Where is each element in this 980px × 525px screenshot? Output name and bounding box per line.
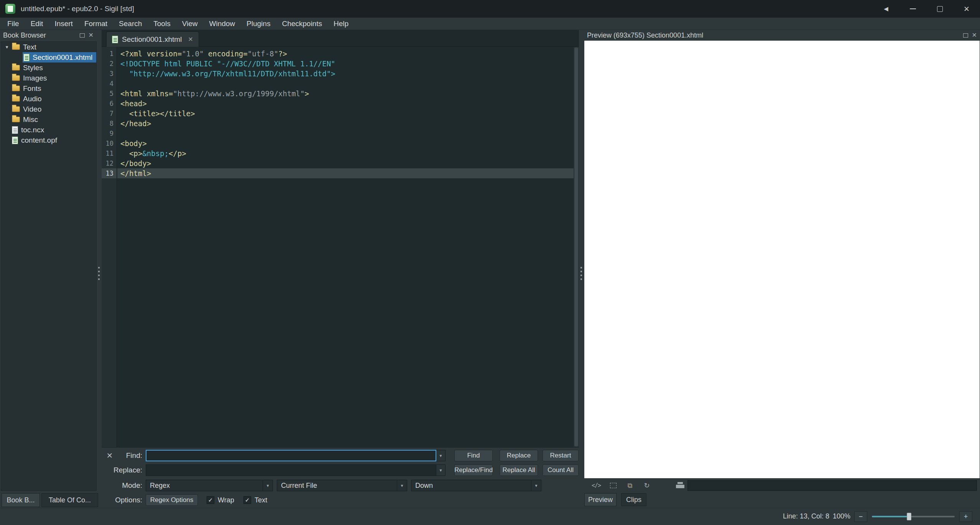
tab-section0001-xhtml[interactable]: Section0001.xhtml ✕ <box>106 31 199 47</box>
code-line[interactable]: </html> <box>117 168 574 178</box>
replace-all-button[interactable]: Replace All <box>500 464 538 476</box>
zoom-slider[interactable] <box>872 516 955 517</box>
checkmark-icon: ✓ <box>243 496 251 504</box>
find-button[interactable]: Find <box>454 450 493 461</box>
preview-dock-tabs: Preview Clips <box>584 493 980 507</box>
zoom-in-button[interactable]: + <box>959 511 972 522</box>
editor-scrollbar[interactable] <box>574 47 579 447</box>
menu-item-checkpoints[interactable]: Checkpoints <box>276 18 328 30</box>
replace-button[interactable]: Replace <box>500 450 538 461</box>
code-line[interactable]: "http://www.w3.org/TR/xhtml11/DTD/xhtml1… <box>117 69 574 79</box>
tree-item-fonts[interactable]: Fonts <box>1 83 96 94</box>
code-line[interactable]: <p>&nbsp;</p> <box>117 148 574 158</box>
wrap-checkbox[interactable]: ✓ Wrap <box>207 494 234 506</box>
menu-item-window[interactable]: Window <box>204 18 241 30</box>
dock-tab-book-browser[interactable]: Book B... <box>2 493 40 507</box>
tab-preview[interactable]: Preview <box>584 493 617 506</box>
scope-select[interactable]: Current File ▼ <box>277 480 407 491</box>
code-line[interactable]: <html xmlns="http://www.w3.org/1999/xhtm… <box>117 89 574 99</box>
close-panel-icon[interactable]: ✕ <box>89 32 94 38</box>
replace-history-dropdown[interactable]: ▼ <box>436 464 446 476</box>
close-panel-icon[interactable]: ✕ <box>972 32 977 38</box>
title-bar: untitled.epub* - epub2.0 - Sigil [std] ◀… <box>0 0 980 18</box>
preview-viewport[interactable] <box>584 41 980 478</box>
minimize-icon <box>910 8 916 9</box>
dock-tab-table-of-contents[interactable]: Table Of Co... <box>41 493 98 507</box>
replace-input[interactable] <box>146 464 436 476</box>
tree-item-label: Fonts <box>23 84 41 93</box>
menu-item-search[interactable]: Search <box>113 18 148 30</box>
tree-item-toc-ncx[interactable]: toc.ncx <box>1 125 96 135</box>
sigil-window: untitled.epub* - epub2.0 - Sigil [std] ◀… <box>0 0 980 525</box>
folder-icon <box>12 44 20 50</box>
splitter-right[interactable] <box>579 30 584 508</box>
menu-item-edit[interactable]: Edit <box>25 18 49 30</box>
wrap-checkbox-label: Wrap <box>218 496 234 504</box>
code-line[interactable] <box>117 128 574 138</box>
book-browser-header: Book Browser ✕ <box>0 30 97 41</box>
code-line[interactable]: <head> <box>117 99 574 109</box>
chevron-down-icon: ▼ <box>439 454 443 458</box>
code-line[interactable]: <!DOCTYPE html PUBLIC "-//W3C//DTD XHTML… <box>117 59 574 69</box>
splitter-left[interactable] <box>97 30 102 508</box>
code-line[interactable]: </head> <box>117 118 574 128</box>
code-editor[interactable]: 12345678910111213 <?xml version="1.0" en… <box>102 47 579 447</box>
direction-select[interactable]: Down ▼ <box>411 480 541 491</box>
maximize-button[interactable] <box>926 0 953 18</box>
tree-item-section0001-xhtml[interactable]: Section0001.xhtml <box>1 52 96 63</box>
folder-icon <box>12 75 20 81</box>
restart-button[interactable]: Restart <box>543 450 579 461</box>
menu-item-plugins[interactable]: Plugins <box>241 18 276 30</box>
maximize-icon <box>937 6 943 12</box>
menu-item-help[interactable]: Help <box>328 18 354 30</box>
find-input[interactable] <box>146 450 436 461</box>
replace-find-button[interactable]: Replace/Find <box>454 464 493 476</box>
menu-item-view[interactable]: View <box>176 18 204 30</box>
zoom-out-button[interactable]: − <box>854 511 867 522</box>
menu-item-tools[interactable]: Tools <box>148 18 176 30</box>
close-button[interactable]: ✕ <box>953 0 980 18</box>
minimize-button[interactable] <box>899 0 926 18</box>
scrollbar-thumb[interactable] <box>574 48 578 446</box>
expand-arrow-icon[interactable]: ▾ <box>3 44 11 50</box>
line-number: 5 <box>102 89 117 99</box>
refresh-icon[interactable]: ↻ <box>642 481 651 490</box>
chevron-down-icon: ▼ <box>439 468 443 472</box>
code-content[interactable]: <?xml version="1.0" encoding="utf-8"?><!… <box>117 47 574 447</box>
tree-item-content-opf[interactable]: content.opf <box>1 135 96 145</box>
find-history-dropdown[interactable]: ▼ <box>436 450 446 461</box>
preview-inspector-field[interactable] <box>687 480 977 491</box>
tree-item-text[interactable]: ▾Text <box>1 42 96 52</box>
titlebar-back-icon[interactable]: ◀ <box>873 0 899 18</box>
select-element-icon[interactable] <box>608 483 618 488</box>
text-checkbox[interactable]: ✓ Text <box>243 494 267 506</box>
code-line[interactable]: <body> <box>117 138 574 148</box>
tab-clips[interactable]: Clips <box>621 493 646 506</box>
mode-select[interactable]: Regex ▼ <box>146 480 273 491</box>
menu-item-format[interactable]: Format <box>79 18 113 30</box>
tree-item-styles[interactable]: Styles <box>1 63 96 73</box>
tree-item-misc[interactable]: Misc <box>1 114 96 125</box>
regex-options-button[interactable]: Regex Options <box>146 494 198 506</box>
code-line[interactable] <box>117 79 574 89</box>
float-panel-icon[interactable] <box>80 33 85 38</box>
code-line[interactable]: <?xml version="1.0" encoding="utf-8"?> <box>117 49 574 59</box>
count-all-button[interactable]: Count All <box>543 464 579 476</box>
tree-item-video[interactable]: Video <box>1 104 96 114</box>
tab-close-icon[interactable]: ✕ <box>188 36 193 43</box>
editor-tab-bar: Section0001.xhtml ✕ <box>102 30 579 47</box>
code-line[interactable]: <title></title> <box>117 109 574 118</box>
menu-item-insert[interactable]: Insert <box>49 18 79 30</box>
folder-icon <box>12 86 20 91</box>
status-bar: Line: 13, Col: 8 100% − + <box>0 508 980 525</box>
view-source-icon[interactable]: </> <box>592 482 601 489</box>
zoom-slider-handle[interactable] <box>907 513 911 520</box>
tree-item-images[interactable]: Images <box>1 73 96 83</box>
float-panel-icon[interactable] <box>963 33 968 38</box>
tree-item-audio[interactable]: Audio <box>1 94 96 104</box>
book-browser-title: Book Browser <box>3 31 46 39</box>
print-icon[interactable] <box>676 482 684 489</box>
menu-item-file[interactable]: File <box>2 18 25 30</box>
copy-icon[interactable]: ⧉ <box>625 482 635 490</box>
code-line[interactable]: </body> <box>117 158 574 168</box>
